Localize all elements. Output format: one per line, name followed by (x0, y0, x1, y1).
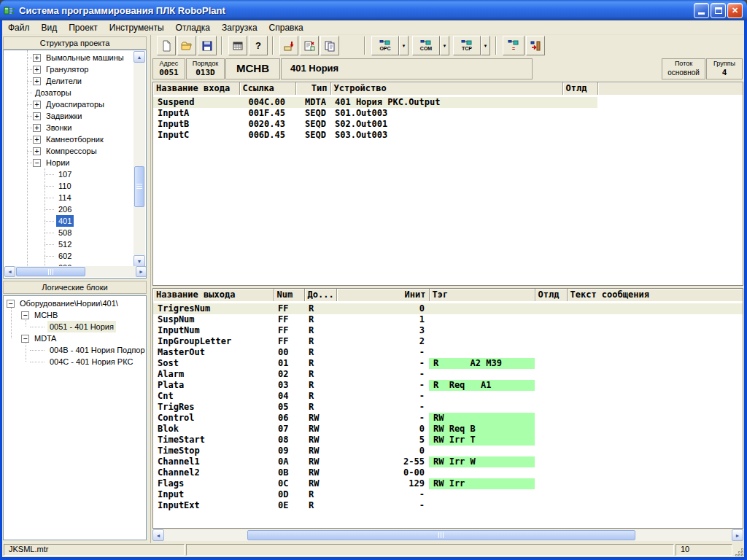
com-connect-button[interactable]: COM (412, 36, 440, 55)
tree-item-noriya-107[interactable]: 107 (4, 168, 133, 180)
column-header[interactable]: Название выхода (153, 289, 274, 302)
table-row[interactable]: TimeStart08RW5RW Irr T (153, 435, 743, 446)
copy-button[interactable] (320, 36, 339, 55)
tree-item-vymolnye-mashiny[interactable]: +Вымольные машины (4, 52, 133, 63)
disconnect-button[interactable] (526, 36, 545, 55)
column-header[interactable]: Отлд (562, 82, 597, 96)
tree-item-zvonki[interactable]: +Звонки (4, 122, 133, 133)
tree-item-noriya-508[interactable]: 508 (4, 227, 133, 238)
expand-icon[interactable]: + (33, 112, 41, 120)
tree-item-noriya-602[interactable]: 602 (4, 250, 133, 262)
table-row[interactable]: Cnt04R- (153, 391, 743, 402)
tree-item-deliteli[interactable]: +Делители (4, 75, 133, 87)
table-row[interactable]: InputNumFFR3 (153, 325, 743, 336)
scrollbar-thumb[interactable] (134, 166, 144, 207)
expand-icon[interactable]: + (33, 66, 41, 74)
expand-icon[interactable]: + (33, 136, 41, 144)
tree-item-granulyator[interactable]: +Гранулятор (4, 63, 133, 75)
tree-item-noriya-401[interactable]: 401 (4, 215, 133, 227)
tree1-horizontal-scrollbar[interactable]: ◄ ► (4, 266, 147, 277)
menu-item-file[interactable]: Файл (2, 21, 36, 34)
tree-item-block-004c[interactable]: 004C - 401 Нория РКС (4, 356, 146, 368)
tree-item-kompressory[interactable]: +Компрессоры (4, 145, 133, 157)
com-dropdown-button[interactable]: ▼ (440, 36, 449, 55)
tree-item-mdta[interactable]: −MDTA (4, 332, 146, 344)
maximize-button[interactable] (711, 3, 726, 18)
tree-item-block-004b[interactable]: 004B - 401 Нория Подпор (4, 344, 146, 356)
collapse-icon[interactable]: − (21, 335, 29, 343)
column-header[interactable]: Инит (336, 289, 429, 302)
opc-connect-button[interactable]: OPC (371, 36, 399, 55)
tcp-dropdown-button[interactable]: ▼ (481, 36, 490, 55)
scroll-right-button[interactable]: ► (732, 529, 743, 541)
column-header[interactable]: Ссылка (239, 82, 295, 96)
main-horizontal-scrollbar[interactable]: ◄ ► (152, 529, 743, 541)
table-row[interactable]: SuspNumFFR1 (153, 314, 743, 325)
tree-item-norii[interactable]: −Нории (4, 157, 133, 168)
menu-item-debug[interactable]: Отладка (170, 21, 216, 34)
scroll-right-button[interactable]: ► (136, 266, 147, 277)
table-row[interactable]: TrigRes05R- (153, 402, 743, 413)
tcp-connect-button[interactable]: TCP (453, 36, 481, 55)
tree-item-equipment-root[interactable]: −Оборудование\Нории\401\ (4, 298, 146, 309)
help-button[interactable]: ? (249, 36, 268, 55)
scroll-up-button[interactable]: ▲ (133, 51, 145, 63)
scrollbar-thumb[interactable] (247, 530, 635, 540)
table-row[interactable]: TrigresNumFFR0 (153, 302, 743, 314)
column-header[interactable]: Num (274, 289, 304, 302)
tree1-vertical-scrollbar[interactable]: ▲ ▼ (133, 51, 145, 267)
column-header[interactable]: Отлд (535, 289, 567, 302)
tree-item-noriya-110[interactable]: 110 (4, 180, 133, 192)
table-row[interactable]: TimeStop09RW0 (153, 446, 743, 456)
table-row[interactable]: Channel10ARW2-55RW Irr W (153, 456, 743, 467)
import-button[interactable] (279, 36, 298, 55)
new-file-button[interactable] (157, 36, 176, 55)
table-row[interactable]: Alarm02R- (153, 369, 743, 380)
expand-icon[interactable]: + (33, 54, 41, 62)
resize-grip[interactable] (734, 547, 744, 557)
expand-icon[interactable]: + (33, 147, 41, 155)
save-button[interactable] (198, 36, 217, 55)
tree-item-duoaspiratory[interactable]: +Дуоаспираторы (4, 98, 133, 110)
sync-button[interactable]: = (503, 36, 525, 55)
scrollbar-thumb[interactable] (16, 267, 85, 276)
table-editor-button[interactable] (228, 36, 247, 55)
table-row[interactable]: Blok07RW0RW Req B (153, 424, 743, 435)
table-row[interactable]: Plata03R-R Req A1 (153, 380, 743, 391)
minimize-button[interactable] (694, 3, 709, 18)
table-row[interactable]: InputExt0ER- (153, 500, 743, 511)
opc-dropdown-button[interactable]: ▼ (399, 36, 409, 55)
table-row[interactable]: Channel20BRW0-00 (153, 467, 743, 478)
table-row[interactable]: Control06RW-RW (153, 413, 743, 424)
column-header[interactable]: Тэг (429, 289, 535, 302)
menu-item-view[interactable]: Вид (36, 21, 63, 34)
scroll-left-button[interactable]: ◄ (4, 266, 15, 277)
tree-item-kamneotbornik[interactable]: +Камнеотборник (4, 133, 133, 145)
table-row[interactable]: InputB0020.43SEQDS02.Out001 (153, 119, 743, 130)
tree-item-mchb[interactable]: −MCHB (4, 309, 146, 321)
column-header[interactable]: Название входа (153, 82, 239, 96)
menu-item-tools[interactable]: Инструменты (104, 21, 170, 34)
column-header[interactable]: Тип (295, 82, 330, 96)
expand-icon[interactable]: + (33, 77, 41, 85)
close-button[interactable]: ✕ (727, 3, 743, 18)
menu-item-help[interactable]: Справка (263, 21, 309, 34)
column-header[interactable]: До... (304, 289, 336, 302)
table-row[interactable]: Suspend004C.00MDTA401 Нория РКС.Output (153, 96, 743, 108)
column-header[interactable] (597, 82, 743, 96)
expand-icon[interactable]: + (33, 101, 41, 109)
collapse-icon[interactable]: − (7, 300, 15, 308)
scroll-left-button[interactable]: ◄ (152, 529, 164, 541)
tree-item-noriya-206[interactable]: 206 (4, 203, 133, 215)
tree-item-block-0051[interactable]: 0051 - 401 Нория (4, 321, 146, 332)
table-row[interactable]: InpGroupLetterFFR2 (153, 336, 743, 347)
tree-item-noriya-114[interactable]: 114 (4, 192, 133, 203)
menu-item-project[interactable]: Проект (63, 21, 104, 34)
column-header[interactable]: Текст сообщения (567, 289, 743, 302)
scroll-down-button[interactable]: ▼ (133, 255, 145, 267)
menu-item-upload[interactable]: Загрузка (216, 21, 263, 34)
table-row[interactable]: InputA001F.45SEQDS01.Out003 (153, 108, 743, 119)
expand-icon[interactable]: + (33, 124, 41, 132)
tree-item-noriya-512[interactable]: 512 (4, 238, 133, 250)
table-row[interactable]: MasterOut00R- (153, 347, 743, 358)
